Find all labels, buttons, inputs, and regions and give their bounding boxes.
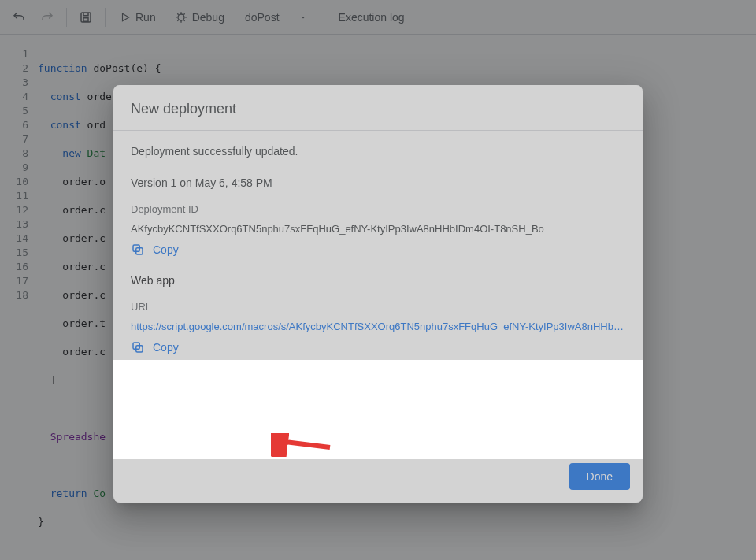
modal-scrim: New deployment Deployment successfully u…: [0, 0, 756, 560]
deployment-id-label: Deployment ID: [131, 203, 625, 215]
webapp-section-title: Web app: [131, 274, 625, 287]
copy-url-button[interactable]: Copy: [131, 340, 625, 354]
deployment-id-value: AKfycbyKCNTfSXXOrq6TN5nphu7sxFFqHuG_efNY…: [131, 223, 625, 235]
copy-icon: [131, 340, 145, 354]
success-message: Deployment successfully updated.: [131, 145, 625, 158]
deployment-dialog: New deployment Deployment successfully u…: [113, 85, 643, 503]
done-button[interactable]: Done: [569, 463, 630, 490]
copy-label: Copy: [153, 243, 179, 256]
dialog-footer: Done: [113, 454, 643, 503]
version-line: Version 1 on May 6, 4:58 PM: [131, 176, 625, 189]
url-label: URL: [131, 301, 625, 313]
webapp-url-link[interactable]: https://script.google.com/macros/s/AKfyc…: [131, 321, 625, 332]
copy-icon: [131, 243, 145, 257]
dialog-body: Deployment successfully updated. Version…: [113, 131, 643, 454]
copy-label: Copy: [153, 341, 179, 354]
dialog-title: New deployment: [113, 85, 643, 131]
copy-deployment-id-button[interactable]: Copy: [131, 243, 625, 257]
